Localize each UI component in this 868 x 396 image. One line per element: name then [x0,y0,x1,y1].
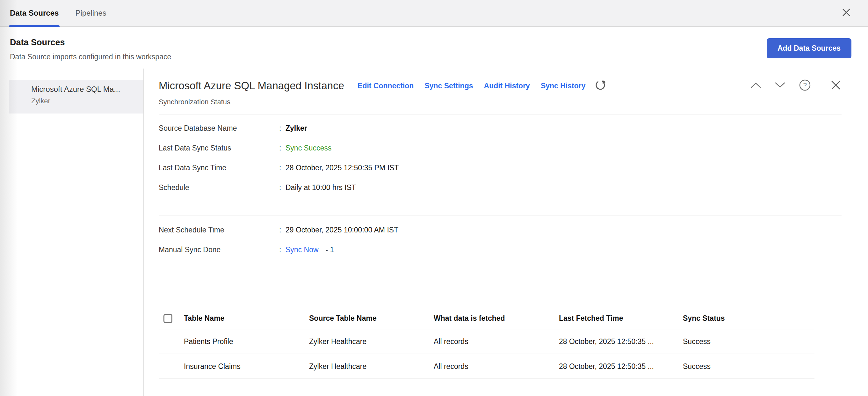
cell-table-name: Insurance Claims [184,362,309,371]
kv-label: Next Schedule Time [159,226,279,234]
detail-close-button[interactable] [830,80,842,92]
column-header: Source Table Name [309,314,434,323]
cell-source-table-name: Zylker Healthcare [309,337,434,346]
kv-schedule: Schedule : Daily at 10:00 hrs IST [159,178,842,197]
tab-pipelines[interactable]: Pipelines [75,0,106,27]
sync-status-subtitle: Synchronization Status [159,98,842,106]
cell-sync-status: Success [683,362,814,371]
detail-header: Microsoft Azure SQL Managed Instance Edi… [159,79,842,93]
list-item-subtitle: Zylker [31,97,140,105]
kv-value: 28 October, 2025 12:50:35 PM IST [285,163,399,172]
list-item-azure-sql[interactable]: Microsoft Azure SQL Ma... Zylker [9,80,144,114]
refresh-button[interactable] [594,79,607,93]
chevron-up-icon [750,82,761,90]
sync-now-link[interactable]: Sync Now [285,245,319,254]
page-subtitle: Data Source imports configured in this w… [10,53,868,61]
cell-source-table-name: Zylker Healthcare [309,362,434,371]
help-button[interactable]: ? [799,79,811,92]
cell-last-fetched: 28 October, 2025 12:50:35 ... [559,362,683,371]
next-source-button[interactable] [775,82,785,90]
tables-sync-table: Table Name Source Table Name What data i… [159,308,814,379]
cell-last-fetched: 28 October, 2025 12:50:35 ... [559,337,683,346]
close-icon [830,80,842,92]
kv-last-sync-status: Last Data Sync Status : Sync Success [159,138,842,158]
sync-status-value: Sync Success [285,144,331,152]
data-source-list: Microsoft Azure SQL Ma... Zylker [0,68,144,396]
table-header-row: Table Name Source Table Name What data i… [159,308,814,329]
sync-history-link[interactable]: Sync History [541,82,586,90]
manual-sync-count: - 1 [326,245,334,254]
kv-label: Last Data Sync Status [159,144,279,152]
page-header: Data Sources Data Source imports configu… [0,27,868,68]
audit-history-link[interactable]: Audit History [484,82,530,90]
kv-colon: : [279,124,285,133]
column-header: Last Fetched Time [559,314,683,323]
kv-next-schedule-time: Next Schedule Time : 29 October, 2025 10… [159,220,842,240]
kv-colon: : [279,226,285,234]
kv-value: Zylker [285,124,307,133]
kv-label: Source Database Name [159,124,279,133]
detail-header-icons: ? [750,79,842,92]
table-row[interactable]: Patients Profile Zylker Healthcare All r… [159,329,814,354]
column-header: What data is fetched [434,314,559,323]
sync-info-section: Source Database Name : Zylker Last Data … [159,115,842,197]
chevron-down-icon [775,82,785,90]
cell-sync-status: Success [683,337,814,346]
list-item-title: Microsoft Azure SQL Ma... [31,85,140,94]
cell-what-data: All records [434,337,559,346]
select-all-checkbox[interactable] [163,314,173,323]
schedule-info-section: Next Schedule Time : 29 October, 2025 10… [159,216,842,260]
cell-table-name: Patients Profile [184,337,309,346]
help-icon: ? [799,79,811,92]
cell-what-data: All records [434,362,559,371]
previous-source-button[interactable] [750,82,761,90]
detail-panel: Microsoft Azure SQL Managed Instance Edi… [144,68,868,396]
kv-label: Last Data Sync Time [159,163,279,172]
kv-source-database-name: Source Database Name : Zylker [159,118,842,138]
sync-settings-link[interactable]: Sync Settings [425,82,473,90]
content-area: Microsoft Azure SQL Ma... Zylker Microso… [0,68,868,396]
kv-label: Schedule [159,183,279,192]
column-header: Table Name [184,314,309,323]
tab-data-sources[interactable]: Data Sources [10,0,59,27]
kv-value: 29 October, 2025 10:00:00 AM IST [285,226,398,234]
tab-pipelines-label: Pipelines [75,9,106,18]
kv-colon: : [279,163,285,172]
panel-close-button[interactable] [841,7,852,20]
kv-label: Manual Sync Done [159,245,279,254]
table-row[interactable]: Insurance Claims Zylker Healthcare All r… [159,354,814,379]
select-all-cell [159,314,184,323]
tab-data-sources-label: Data Sources [10,9,59,18]
kv-manual-sync-done: Manual Sync Done : Sync Now - 1 [159,240,842,260]
data-source-title: Microsoft Azure SQL Managed Instance [159,80,344,92]
kv-colon: : [279,245,285,254]
add-data-sources-button[interactable]: Add Data Sources [767,38,851,58]
column-header: Sync Status [683,314,814,323]
refresh-icon [594,79,607,93]
kv-last-sync-time: Last Data Sync Time : 28 October, 2025 1… [159,158,842,178]
edit-connection-link[interactable]: Edit Connection [358,82,413,90]
kv-colon: : [279,183,285,192]
action-links: Edit Connection Sync Settings Audit Hist… [358,82,585,90]
kv-colon: : [279,144,285,152]
kv-value: Daily at 10:00 hrs IST [285,183,356,192]
page-title: Data Sources [10,38,868,48]
svg-text:?: ? [803,81,807,89]
top-tab-bar: Data Sources Pipelines [0,0,868,27]
close-icon [841,7,852,20]
